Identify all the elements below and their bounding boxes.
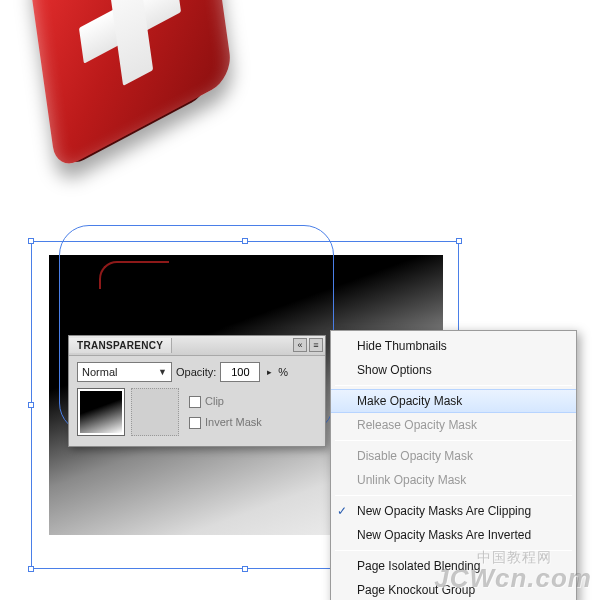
handle-bottom-mid[interactable] bbox=[242, 566, 248, 572]
panel-tab-transparency[interactable]: TRANSPARENCY bbox=[69, 338, 172, 353]
invert-mask-checkbox[interactable]: Invert Mask bbox=[189, 416, 262, 429]
opacity-input[interactable] bbox=[220, 362, 260, 382]
handle-bottom-left[interactable] bbox=[28, 566, 34, 572]
opacity-stepper-icon[interactable]: ▸ bbox=[264, 367, 274, 377]
panel-collapse-icon[interactable]: « bbox=[293, 338, 307, 352]
handle-top-right[interactable] bbox=[456, 238, 462, 244]
handle-mid-left[interactable] bbox=[28, 402, 34, 408]
red-cross-block bbox=[27, 0, 233, 172]
menu-separator bbox=[335, 385, 572, 386]
blend-mode-value: Normal bbox=[82, 366, 117, 378]
watermark: 中国教程网 JCWcn.com bbox=[434, 563, 592, 594]
handle-top-left[interactable] bbox=[28, 238, 34, 244]
artwork-thumbnail[interactable] bbox=[77, 388, 125, 436]
menu-make-opacity-mask[interactable]: Make Opacity Mask bbox=[331, 389, 576, 413]
menu-show-options[interactable]: Show Options bbox=[331, 358, 576, 382]
panel-flyout-icon[interactable]: ≡ bbox=[309, 338, 323, 352]
watermark-sub: 中国教程网 bbox=[477, 549, 552, 567]
menu-hide-thumbnails[interactable]: Hide Thumbnails bbox=[331, 334, 576, 358]
menu-release-opacity-mask: Release Opacity Mask bbox=[331, 413, 576, 437]
panel-tab-row: TRANSPARENCY « ≡ bbox=[69, 336, 325, 356]
menu-separator bbox=[335, 440, 572, 441]
blend-mode-dropdown[interactable]: Normal ▼ bbox=[77, 362, 172, 382]
transparency-panel: TRANSPARENCY « ≡ Normal ▼ Opacity: ▸ % bbox=[68, 335, 326, 447]
menu-separator bbox=[335, 495, 572, 496]
watermark-main: JCWcn.com bbox=[434, 563, 592, 593]
panel-body: Normal ▼ Opacity: ▸ % Clip Invert Mask bbox=[69, 356, 325, 446]
chevron-down-icon: ▼ bbox=[158, 367, 167, 377]
menu-new-masks-clipping[interactable]: ✓ New Opacity Masks Are Clipping bbox=[331, 499, 576, 523]
check-icon: ✓ bbox=[337, 503, 347, 519]
handle-top-mid[interactable] bbox=[242, 238, 248, 244]
menu-unlink-opacity-mask: Unlink Opacity Mask bbox=[331, 468, 576, 492]
menu-disable-opacity-mask: Disable Opacity Mask bbox=[331, 444, 576, 468]
opacity-label: Opacity: bbox=[176, 366, 216, 378]
opacity-percent: % bbox=[278, 366, 288, 378]
clip-checkbox[interactable]: Clip bbox=[189, 395, 262, 408]
mask-thumbnail-empty[interactable] bbox=[131, 388, 179, 436]
menu-new-masks-inverted[interactable]: New Opacity Masks Are Inverted bbox=[331, 523, 576, 547]
